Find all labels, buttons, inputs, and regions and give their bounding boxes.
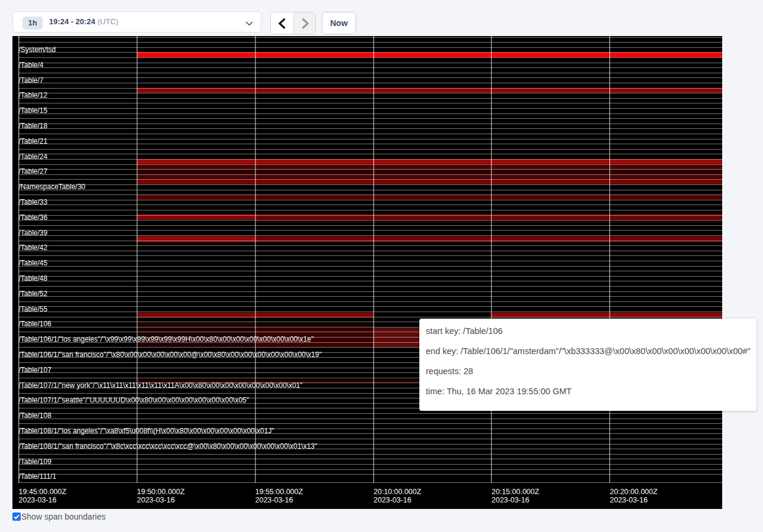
svg-text:/Table/109: /Table/109 xyxy=(19,458,52,466)
svg-text:2023-03-16: 2023-03-16 xyxy=(374,496,412,504)
svg-text:/Table/55: /Table/55 xyxy=(19,305,48,313)
svg-text:2023-03-16: 2023-03-16 xyxy=(610,496,648,504)
svg-text:/Table/27: /Table/27 xyxy=(19,167,48,176)
svg-text:/Table/42: /Table/42 xyxy=(19,244,48,252)
svg-text:/NamespaceTable/30: /NamespaceTable/30 xyxy=(19,183,86,191)
svg-text:/Table/107/1/"seattle"/"UUUUUU: /Table/107/1/"seattle"/"UUUUUUD\x00\x80\… xyxy=(19,396,249,404)
svg-text:/Table/108/1/"los angeles"/"\x: /Table/108/1/"los angeles"/"\xa8\xf5\u00… xyxy=(19,427,274,435)
svg-text:20:10:00.000Z: 20:10:00.000Z xyxy=(374,488,422,496)
svg-text:2023-03-16: 2023-03-16 xyxy=(492,496,529,504)
svg-text:/Table/48: /Table/48 xyxy=(19,274,48,283)
svg-text:/Table/33: /Table/33 xyxy=(19,198,48,206)
svg-text:/Table/106: /Table/106 xyxy=(19,320,52,328)
svg-text:19:45:00.000Z: 19:45:00.000Z xyxy=(19,488,67,496)
svg-text:/Table/39: /Table/39 xyxy=(19,229,48,237)
svg-text:/Table/107/1/"new york"/"\x11\: /Table/107/1/"new york"/"\x11\x11\x11\x1… xyxy=(19,381,303,390)
svg-text:/Table/18: /Table/18 xyxy=(19,122,48,130)
svg-text:/System/tsd: /System/tsd xyxy=(19,46,56,54)
svg-text:/Table/108: /Table/108 xyxy=(19,411,52,420)
svg-text:/Table/108/1/"san francisco"/": /Table/108/1/"san francisco"/"\x8c\xcc\x… xyxy=(19,442,318,450)
svg-text:/Table/36: /Table/36 xyxy=(19,213,48,222)
svg-text:/Table/45: /Table/45 xyxy=(19,259,48,267)
svg-text:20:15:00.000Z: 20:15:00.000Z xyxy=(492,488,539,496)
svg-text:/Table/4: /Table/4 xyxy=(19,61,44,69)
svg-text:/Table/24: /Table/24 xyxy=(19,153,48,161)
svg-text:/Table/107: /Table/107 xyxy=(19,366,52,374)
svg-text:2023-03-16: 2023-03-16 xyxy=(256,496,293,504)
svg-text:19:55:00.000Z: 19:55:00.000Z xyxy=(256,488,303,496)
svg-text:/Table/106/1/"los angeles"/"\x: /Table/106/1/"los angeles"/"\x99\x99\x99… xyxy=(19,335,314,343)
svg-text:/Table/21: /Table/21 xyxy=(19,137,48,145)
svg-text:19:50:00.000Z: 19:50:00.000Z xyxy=(137,488,185,496)
svg-text:/Table/12: /Table/12 xyxy=(19,91,48,99)
svg-text:/Table/106/1/"san francisco"/": /Table/106/1/"san francisco"/"\x80\x00\x… xyxy=(19,351,322,359)
svg-text:2023-03-16: 2023-03-16 xyxy=(137,496,175,504)
svg-text:2023-03-16: 2023-03-16 xyxy=(19,496,57,504)
svg-text:/Table/15: /Table/15 xyxy=(19,106,48,115)
svg-text:/Table/7: /Table/7 xyxy=(19,76,44,85)
svg-text:/Table/111/1: /Table/111/1 xyxy=(19,472,57,481)
svg-text:20:20:00.000Z: 20:20:00.000Z xyxy=(610,488,658,496)
svg-text:/Table/52: /Table/52 xyxy=(19,290,48,298)
